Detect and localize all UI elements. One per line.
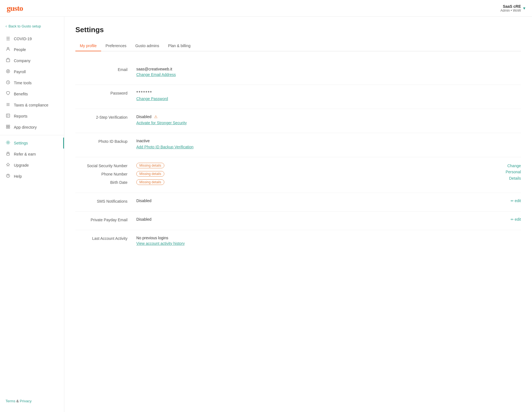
upgrade-icon	[6, 162, 11, 168]
phone-value: Missing details	[136, 171, 482, 177]
back-link-label: Back to Gusto setup	[9, 24, 41, 28]
two-step-status-text: Disabled	[136, 115, 151, 119]
sidebar-item-taxes[interactable]: Taxes & compliance	[0, 100, 64, 111]
photo-id-status: Inactive	[136, 139, 521, 143]
sidebar-item-label: Help	[14, 174, 22, 179]
settings-icon	[6, 140, 11, 146]
sms-value: Disabled	[136, 199, 500, 203]
password-label: Password	[75, 90, 136, 95]
svg-rect-7	[6, 127, 8, 128]
two-step-value: Disabled ⚠ Activate for Stronger Securit…	[136, 115, 521, 125]
password-section: Password ******* Change Password	[75, 85, 521, 109]
sidebar-item-settings[interactable]: Settings	[0, 138, 64, 149]
sidebar-item-refer[interactable]: Refer & earn	[0, 149, 64, 160]
covid-icon: ☰	[6, 36, 11, 41]
logo: gusto	[7, 4, 23, 13]
add-photo-id-link[interactable]: Add Photo ID Backup Verification	[136, 145, 521, 149]
tab-preferences[interactable]: Preferences	[101, 41, 131, 51]
terms-link[interactable]: Terms	[6, 399, 15, 403]
email-row: Email saas@creativeweb.it Change Email A…	[75, 67, 521, 77]
activate-link[interactable]: Activate for Stronger Security	[136, 121, 521, 125]
personal-details-content: Social Security Number Missing details P…	[75, 163, 482, 185]
sidebar-item-app-directory[interactable]: App directory	[0, 122, 64, 133]
payday-email-section: Private Payday Email Disabled ✏ edit	[75, 212, 521, 230]
privacy-link[interactable]: Privacy	[20, 399, 32, 403]
sidebar-item-time-tools[interactable]: Time tools	[0, 77, 64, 88]
payday-email-label: Private Payday Email	[75, 217, 136, 222]
back-to-setup-link[interactable]: ‹ Back to Gusto setup	[0, 21, 64, 31]
phone-label: Phone Number	[75, 171, 136, 176]
svg-point-13	[8, 176, 8, 177]
phone-row: Phone Number Missing details	[75, 171, 482, 177]
sidebar-item-label: Refer & earn	[14, 152, 36, 156]
main-content: Settings My profile Preferences Gusto ad…	[64, 17, 532, 412]
sidebar-item-label: Settings	[14, 141, 28, 145]
phone-missing-badge: Missing details	[136, 171, 164, 177]
sidebar-item-label: Payroll	[14, 70, 26, 74]
refer-icon	[6, 151, 11, 157]
app-directory-icon	[6, 124, 11, 130]
terms-links: Terms & Privacy	[6, 399, 58, 403]
photo-id-row: Photo ID Backup Inactive Add Photo ID Ba…	[75, 139, 521, 149]
sidebar-item-benefits[interactable]: Benefits	[0, 88, 64, 100]
change-email-link[interactable]: Change Email Address	[136, 72, 521, 77]
sidebar-item-covid[interactable]: ☰ COVID-19	[0, 33, 64, 44]
two-step-section: 2-Step Verification Disabled ⚠ Activate …	[75, 109, 521, 133]
photo-id-value: Inactive Add Photo ID Backup Verificatio…	[136, 139, 521, 149]
tabs-bar: My profile Preferences Gusto admins Plan…	[75, 41, 521, 51]
svg-marker-11	[6, 163, 10, 166]
benefits-icon	[6, 91, 11, 97]
sidebar-bottom: Terms & Privacy	[0, 395, 64, 408]
email-label: Email	[75, 67, 136, 72]
email-section: Email saas@creativeweb.it Change Email A…	[75, 61, 521, 85]
tab-my-profile[interactable]: My profile	[75, 41, 101, 51]
birth-label: Birth Date	[75, 180, 136, 185]
svg-rect-1	[6, 59, 10, 62]
terms-separator: &	[16, 399, 20, 403]
sms-edit-label: edit	[515, 199, 521, 203]
sidebar-item-label: App directory	[14, 125, 37, 129]
sidebar-item-label: Benefits	[14, 92, 28, 96]
people-icon	[6, 47, 11, 52]
payday-email-value: Disabled	[136, 217, 500, 222]
change-password-link[interactable]: Change Password	[136, 96, 521, 101]
time-tools-icon	[6, 80, 11, 86]
two-step-row: 2-Step Verification Disabled ⚠ Activate …	[75, 115, 521, 125]
edit-pencil-icon: ✏	[511, 199, 514, 203]
sidebar-item-label: Time tools	[14, 81, 32, 85]
payroll-icon	[6, 69, 11, 75]
ssn-label: Social Security Number	[75, 163, 136, 168]
personal-details-row: Social Security Number Missing details P…	[75, 163, 521, 185]
page-title: Settings	[75, 26, 521, 34]
password-value: ******* Change Password	[136, 90, 521, 101]
last-activity-row: Last Account Activity No previous logins…	[75, 236, 521, 246]
sidebar-item-help[interactable]: Help	[0, 171, 64, 182]
two-step-status: Disabled ⚠	[136, 115, 521, 119]
reports-icon	[6, 113, 11, 119]
sidebar-item-company[interactable]: Company	[0, 55, 64, 66]
sms-edit-action[interactable]: ✏ edit	[500, 199, 521, 203]
sidebar-item-reports[interactable]: Reports	[0, 111, 64, 122]
sidebar-item-payroll[interactable]: Payroll	[0, 66, 64, 77]
user-menu[interactable]: SaaS cRE Admin • WoW ▾	[500, 4, 525, 12]
sidebar-item-label: Taxes & compliance	[14, 103, 48, 107]
payday-email-edit-action[interactable]: ✏ edit	[500, 217, 521, 222]
user-role: Admin • WoW	[500, 9, 521, 12]
photo-id-section: Photo ID Backup Inactive Add Photo ID Ba…	[75, 133, 521, 157]
sidebar-item-upgrade[interactable]: Upgrade	[0, 160, 64, 171]
tab-gusto-admins[interactable]: Gusto admins	[131, 41, 163, 51]
header: gusto SaaS cRE Admin • WoW ▾	[0, 0, 532, 17]
sidebar-item-label: COVID-19	[14, 37, 32, 41]
sidebar-item-people[interactable]: People	[0, 44, 64, 55]
ssn-row: Social Security Number Missing details	[75, 163, 482, 168]
change-personal-details-link[interactable]: Change Personal Details	[482, 163, 521, 181]
sidebar-item-label: Company	[14, 59, 30, 63]
view-history-link[interactable]: View account activity history	[136, 241, 521, 246]
password-row: Password ******* Change Password	[75, 90, 521, 101]
tab-plan-billing[interactable]: Plan & billing	[164, 41, 195, 51]
email-address: saas@creativeweb.it	[136, 67, 521, 71]
company-icon	[6, 58, 11, 63]
help-icon	[6, 174, 11, 179]
two-step-label: 2-Step Verification	[75, 115, 136, 119]
warning-icon: ⚠	[154, 115, 158, 119]
